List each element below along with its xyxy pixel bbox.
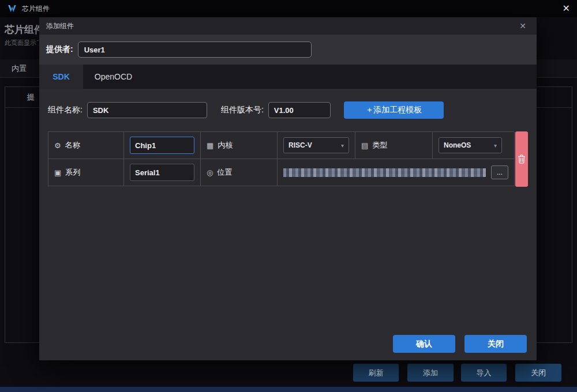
page-title: 芯片组件 xyxy=(5,23,44,36)
add-template-button[interactable]: ＋添加工程模板 xyxy=(344,101,444,119)
titlebar: 芯片组件 ✕ xyxy=(0,0,577,17)
window-title: 芯片组件 xyxy=(22,4,50,14)
type-label-cell: ▤ 类型 xyxy=(355,132,433,159)
tab-builtin[interactable]: 内置 xyxy=(12,63,27,74)
dialog-content: 组件名称: 组件版本号: ＋添加工程模板 ⚙ 名称 xyxy=(39,89,537,360)
add-component-dialog: 添加组件 ✕ 提供者: SDK OpenOCD 组件名称: 组件版本号: ＋添加… xyxy=(39,17,537,360)
core-label-cell: ▦ 内核 xyxy=(201,132,278,159)
chip-name-input[interactable] xyxy=(130,137,194,154)
delete-row-button[interactable] xyxy=(515,131,528,187)
page-button-row: 刷新 添加 导入 关闭 xyxy=(0,364,577,382)
page-close-button[interactable]: 关闭 xyxy=(515,364,561,382)
series-input[interactable] xyxy=(130,164,194,181)
location-label: 位置 xyxy=(217,167,232,178)
dialog-close-icon[interactable]: ✕ xyxy=(519,21,526,31)
chevron-down-icon: ▾ xyxy=(494,142,497,149)
dialog-header: 添加组件 ✕ xyxy=(39,17,537,35)
app-logo-icon xyxy=(7,3,17,14)
app-window: 芯片组件 ✕ 芯片组件 此页面显示了 内置 提 刷新 添加 导入 关闭 添加组件… xyxy=(0,0,577,392)
type-dropdown[interactable]: NoneOS ▾ xyxy=(439,137,502,153)
location-label-cell: ◎ 位置 xyxy=(201,159,278,186)
type-value-cell: NoneOS ▾ xyxy=(433,132,515,159)
component-version-input[interactable] xyxy=(268,102,331,118)
trash-icon xyxy=(518,154,526,164)
confirm-button[interactable]: 确认 xyxy=(393,335,455,353)
core-dropdown-value: RISC-V xyxy=(288,141,312,149)
provider-input[interactable] xyxy=(78,42,312,58)
tab-sdk[interactable]: SDK xyxy=(39,65,83,89)
core-value-cell: RISC-V ▾ xyxy=(278,132,355,159)
provider-row: 提供者: xyxy=(39,35,537,65)
template-table-wrap: ⚙ 名称 ▦ 内核 RISC-V ▾ xyxy=(48,131,528,187)
page-subtitle: 此页面显示了 xyxy=(5,39,39,47)
component-version-label: 组件版本号: xyxy=(221,105,264,115)
location-value-cell: ... xyxy=(278,159,515,186)
component-form-row: 组件名称: 组件版本号: ＋添加工程模板 xyxy=(48,101,528,119)
dialog-close-button[interactable]: 关闭 xyxy=(464,335,527,353)
component-name-label: 组件名称: xyxy=(48,105,83,115)
chevron-down-icon: ▾ xyxy=(341,142,344,149)
series-value-cell xyxy=(124,159,201,186)
series-label: 系列 xyxy=(65,167,80,178)
type-dropdown-value: NoneOS xyxy=(444,141,471,149)
window-close-icon[interactable]: ✕ xyxy=(563,4,570,13)
provider-label: 提供者: xyxy=(46,44,73,55)
series-label-cell: ▣ 系列 xyxy=(48,159,124,186)
core-dropdown[interactable]: RISC-V ▾ xyxy=(283,137,349,153)
template-table: ⚙ 名称 ▦ 内核 RISC-V ▾ xyxy=(48,131,514,187)
dialog-footer: 确认 关闭 xyxy=(393,335,527,353)
location-icon: ◎ xyxy=(207,168,213,177)
import-button[interactable]: 导入 xyxy=(461,364,507,382)
bottom-strip xyxy=(0,387,577,392)
type-icon: ▤ xyxy=(361,141,368,150)
name-value-cell xyxy=(124,132,201,159)
tab-openocd[interactable]: OpenOCD xyxy=(83,65,144,89)
name-label: 名称 xyxy=(65,140,80,150)
core-label: 内核 xyxy=(218,140,233,150)
name-label-cell: ⚙ 名称 xyxy=(48,132,124,159)
dialog-title: 添加组件 xyxy=(46,21,74,31)
add-button[interactable]: 添加 xyxy=(407,364,454,382)
gear-icon: ⚙ xyxy=(54,141,61,150)
component-name-input[interactable] xyxy=(87,102,207,118)
type-label: 类型 xyxy=(372,140,387,150)
core-icon: ▦ xyxy=(207,141,213,150)
dialog-tabs: SDK OpenOCD xyxy=(39,65,537,89)
location-path-redacted xyxy=(283,168,486,177)
browse-button[interactable]: ... xyxy=(491,165,508,179)
refresh-button[interactable]: 刷新 xyxy=(353,364,399,382)
series-icon: ▣ xyxy=(54,168,61,177)
